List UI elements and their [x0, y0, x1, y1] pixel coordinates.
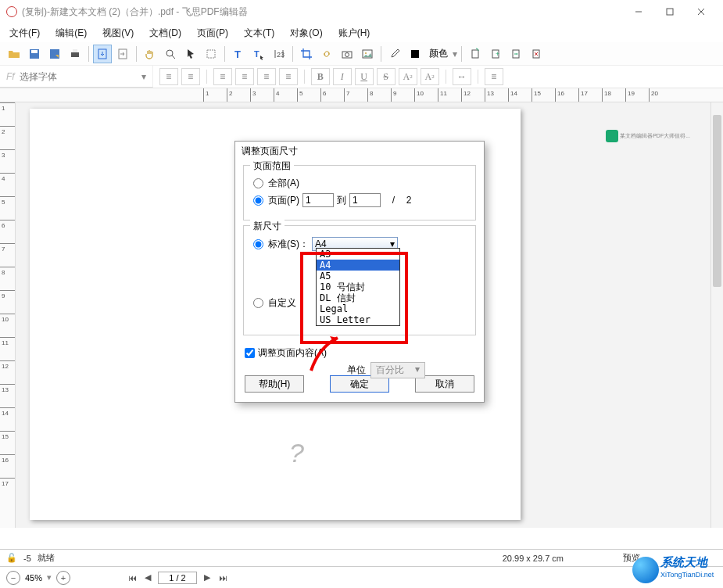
- new-size-label: 新尺寸: [250, 220, 285, 233]
- watermark-text-1: 系统天地: [660, 555, 707, 570]
- menu-file[interactable]: 文件(F): [6, 25, 43, 41]
- window-title: (复制)-新建文本文档 (2)（合并）.pdf - 飞思PDF编辑器: [22, 5, 623, 19]
- menu-page[interactable]: 页面(P): [194, 25, 231, 41]
- menu-edit[interactable]: 编辑(E): [52, 25, 90, 41]
- zoom-icon[interactable]: [161, 45, 180, 63]
- doc-add-icon[interactable]: +: [486, 45, 505, 63]
- bottom-nav: − 45% ▾ + ⏮ ◀ ▶ ⏭: [0, 566, 723, 588]
- save-icon[interactable]: [25, 45, 44, 63]
- save-as-icon[interactable]: [45, 45, 64, 63]
- zoom-dropdown-icon[interactable]: ▾: [47, 572, 52, 583]
- zoom-in-button[interactable]: +: [56, 571, 70, 585]
- bold-button[interactable]: B: [311, 68, 330, 85]
- line-spacing-icon[interactable]: ≡: [485, 68, 503, 85]
- crop-icon[interactable]: [297, 45, 316, 63]
- print-icon[interactable]: [66, 45, 84, 63]
- scrollbar-vertical[interactable]: [710, 102, 723, 528]
- page-number-input[interactable]: [158, 572, 197, 584]
- open-icon[interactable]: [5, 45, 23, 63]
- pointer-icon[interactable]: [181, 45, 200, 63]
- size-option[interactable]: 10 号信封: [317, 281, 399, 292]
- menu-document[interactable]: 文档(D): [146, 25, 184, 41]
- size-option[interactable]: A4: [317, 260, 399, 271]
- svg-rect-1: [667, 9, 673, 15]
- size-option[interactable]: DL 信封: [317, 292, 399, 303]
- slash: /: [392, 195, 395, 206]
- superscript-button[interactable]: A2: [399, 68, 417, 85]
- status-bar: 🔓 -5 就绪 20.99 x 29.7 cm 预览: [0, 549, 723, 566]
- font-selector[interactable]: Ff ▾: [0, 66, 153, 88]
- radio-all[interactable]: [253, 178, 263, 188]
- prev-page-button[interactable]: ◀: [142, 572, 153, 583]
- arrow-right-tool-icon[interactable]: [113, 45, 132, 63]
- color-dropdown-icon[interactable]: ▾: [453, 48, 457, 59]
- size-option[interactable]: A5: [317, 271, 399, 281]
- unit-select[interactable]: 百分比 ▾: [370, 362, 425, 378]
- indent-right-icon[interactable]: ≡: [181, 68, 200, 85]
- indent-left-icon[interactable]: ≡: [159, 68, 178, 85]
- color-swatch-icon[interactable]: [406, 45, 424, 63]
- minimize-button[interactable]: [623, 2, 654, 22]
- close-button[interactable]: [685, 2, 717, 22]
- last-page-button[interactable]: ⏭: [217, 573, 228, 583]
- svg-point-22: [365, 52, 367, 54]
- scroll-thumb[interactable]: [713, 115, 721, 287]
- watermark-logo: 系统天地 XiTongTianDi.net: [632, 554, 721, 586]
- arrow-down-tool-icon[interactable]: [93, 45, 112, 63]
- align-left-icon[interactable]: ≡: [213, 68, 232, 85]
- text-select-icon[interactable]: T: [249, 45, 268, 63]
- align-right-icon[interactable]: ≡: [257, 68, 276, 85]
- image-icon[interactable]: [358, 45, 377, 63]
- text-tool-icon[interactable]: T: [229, 45, 248, 63]
- hand-tool-icon[interactable]: [141, 45, 159, 63]
- doc-arrow-icon[interactable]: [506, 45, 525, 63]
- adjust-content-checkbox[interactable]: [245, 348, 255, 358]
- menu-object[interactable]: 对象(O): [287, 25, 325, 41]
- doc-rotate-icon[interactable]: [466, 45, 485, 63]
- select-rect-icon[interactable]: [202, 45, 220, 63]
- page-dimensions: 20.99 x 29.7 cm: [503, 554, 564, 563]
- title-bar: (复制)-新建文本文档 (2)（合并）.pdf - 飞思PDF编辑器: [0, 0, 723, 23]
- badge-icon: [606, 130, 618, 142]
- svg-rect-24: [472, 50, 478, 58]
- underline-button[interactable]: U: [355, 68, 374, 85]
- doc-delete-icon[interactable]: [527, 45, 546, 63]
- menu-view[interactable]: 视图(V): [99, 25, 137, 41]
- radio-pages[interactable]: [253, 195, 263, 206]
- maximize-button[interactable]: [654, 2, 685, 22]
- chevron-down-icon[interactable]: ▾: [141, 71, 146, 82]
- svg-text:+: +: [496, 50, 499, 58]
- align-justify-icon[interactable]: ≡: [279, 68, 298, 85]
- font-input[interactable]: [20, 71, 137, 82]
- watermark-icon: [632, 557, 659, 583]
- size-option[interactable]: Legal: [317, 303, 399, 314]
- align-center-icon[interactable]: ≡: [235, 68, 254, 85]
- page-to-input[interactable]: [349, 193, 381, 207]
- main-toolbar: T T 23 颜色 ▾ +: [0, 42, 723, 66]
- menu-text[interactable]: 文本(T): [241, 25, 277, 41]
- camera-icon[interactable]: [338, 45, 356, 63]
- svg-text:T: T: [254, 49, 259, 59]
- next-page-button[interactable]: ▶: [202, 572, 213, 583]
- page-question-mark: ?: [289, 438, 304, 468]
- radio-pages-label: 页面(P): [268, 194, 299, 207]
- size-dropdown[interactable]: A3A4A510 号信封DL 信封LegalUS Letter: [316, 248, 400, 326]
- text-spacing-icon[interactable]: 23: [270, 45, 288, 63]
- badge-text: 某文档编辑器PDF大师值得...: [620, 132, 690, 140]
- link-icon[interactable]: [317, 45, 336, 63]
- eyedropper-icon[interactable]: [385, 45, 404, 63]
- lock-icon: 🔓: [6, 553, 17, 563]
- char-spacing-icon[interactable]: ↔: [453, 68, 471, 85]
- first-page-button[interactable]: ⏮: [127, 573, 138, 583]
- size-option[interactable]: US Letter: [317, 314, 399, 325]
- radio-standard[interactable]: [253, 239, 263, 249]
- size-option[interactable]: A3: [317, 249, 399, 260]
- italic-button[interactable]: I: [333, 68, 352, 85]
- zoom-out-button[interactable]: −: [6, 571, 20, 585]
- help-button[interactable]: 帮助(H): [245, 375, 304, 393]
- page-from-input[interactable]: [302, 193, 334, 207]
- radio-custom[interactable]: [253, 298, 263, 308]
- subscript-button[interactable]: A2: [421, 68, 439, 85]
- menu-account[interactable]: 账户(H): [335, 25, 374, 41]
- strike-button[interactable]: S: [377, 68, 396, 85]
